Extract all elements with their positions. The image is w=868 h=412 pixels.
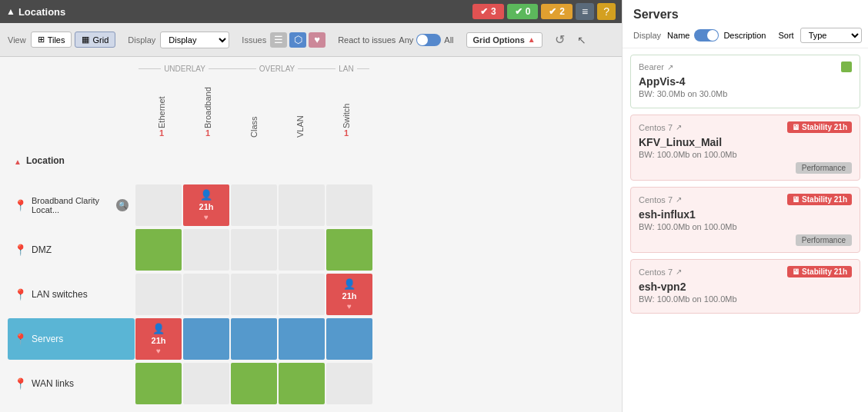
stability-icon: 🖥 xyxy=(792,123,800,131)
dmz-name: DMZ xyxy=(32,244,52,255)
check-icon: ✔ xyxy=(480,6,488,17)
cell-servers-1[interactable] xyxy=(183,318,229,360)
cell-servers-3[interactable] xyxy=(279,318,325,360)
cell-broadband-4[interactable] xyxy=(326,184,372,226)
cell-servers-2[interactable] xyxy=(231,318,277,360)
server-card-influx[interactable]: Centos 7 ↗ 🖥 Stability 21h esh-influx1 B… xyxy=(630,187,860,253)
cell-lan-4[interactable]: 👤 21h ♥ xyxy=(326,274,372,315)
card-title-appvis: AppVis-4 xyxy=(639,75,852,88)
col-header-switch-count: 1 xyxy=(344,128,349,138)
sort-select[interactable]: Type Name Status xyxy=(800,28,862,43)
grid-options-label: Grid Options xyxy=(473,35,525,45)
alert-person-icon: 👤 xyxy=(343,278,356,290)
card-title-influx: esh-influx1 xyxy=(639,208,852,221)
card-top-influx: Centos 7 ↗ 🖥 Stability 21h xyxy=(639,194,852,205)
cell-broadband-3[interactable] xyxy=(279,184,325,226)
cell-wan-1[interactable] xyxy=(183,363,229,404)
display-select[interactable]: Display xyxy=(160,32,229,48)
react-to-issues-group: React to issues Any All xyxy=(338,34,453,46)
cell-broadband-1[interactable]: 👤 21h ♥ xyxy=(183,184,229,226)
card-type-centos-kfv: Centos 7 ↗ xyxy=(639,123,682,132)
cell-broadband-0[interactable] xyxy=(135,184,182,226)
issues-list-icon[interactable]: ☰ xyxy=(270,32,287,48)
location-pin-dmz: 📍 xyxy=(14,244,27,256)
cell-wan-0[interactable] xyxy=(135,363,182,404)
red-badge-button[interactable]: ✔ 3 xyxy=(472,4,504,19)
check-icon: ✔ xyxy=(515,6,522,17)
check-icon: ✔ xyxy=(549,6,556,17)
cell-dmz-3[interactable] xyxy=(279,229,325,271)
page-title: Locations xyxy=(18,6,65,18)
tiles-button[interactable]: ⊞ Tiles xyxy=(31,32,72,48)
cell-dmz-1[interactable] xyxy=(183,229,229,271)
cell-servers-0[interactable]: 👤 21h ♥ xyxy=(135,318,182,360)
cell-lan-0[interactable] xyxy=(135,274,182,315)
cell-lan-3[interactable] xyxy=(279,274,325,315)
cell-dmz-2[interactable] xyxy=(231,229,277,271)
issues-link-icon[interactable]: ⬡ xyxy=(289,32,306,48)
tiles-icon: ⊞ xyxy=(38,35,45,45)
row-servers[interactable]: 📍 Servers 👤 21h ♥ xyxy=(8,317,614,360)
alert-person-icon: 👤 xyxy=(200,189,212,201)
search-icon[interactable]: 🔍 xyxy=(116,199,129,211)
location-header-row: ▲ Location xyxy=(8,141,614,182)
lan-switches-name: LAN switches xyxy=(32,289,88,300)
cell-broadband-2[interactable] xyxy=(231,184,277,226)
stability-badge-influx: 🖥 Stability 21h xyxy=(787,194,852,205)
card-type-bearer: Bearer ↗ xyxy=(639,62,673,71)
row-wan-links[interactable]: 📍 WAN links xyxy=(8,362,614,405)
orange-badge-button[interactable]: ✔ 2 xyxy=(541,4,573,19)
right-panel-header: Servers Display Name Description Sort Ty… xyxy=(623,0,868,48)
issues-group: Issues ☰ ⬡ ♥ xyxy=(242,32,326,48)
name-toggle-group: Name Description xyxy=(667,29,766,42)
chevron-icon: ▲ xyxy=(6,6,15,17)
row-broadband-clarity[interactable]: 📍 Broadband Clarity Locat... 🔍 👤 21h ♥ xyxy=(8,184,614,227)
col-header-ethernet: Ethernet 1 xyxy=(139,75,185,141)
cell-servers-4[interactable] xyxy=(326,318,372,360)
green-badge-button[interactable]: ✔ 0 xyxy=(507,4,539,19)
row-lan-switches[interactable]: 📍 LAN switches 👤 21h ♥ xyxy=(8,273,614,316)
badge-row-influx: Performance xyxy=(639,234,852,246)
server-card-appvis[interactable]: Bearer ↗ AppVis-4 BW: 30.0Mb on 30.0Mb xyxy=(630,55,860,108)
cell-dmz-0[interactable] xyxy=(135,229,182,271)
col-header-broadband: Broadband 1 xyxy=(185,75,231,141)
location-pin-servers: 📍 xyxy=(14,333,27,345)
stability-icon: 🖥 xyxy=(792,267,800,276)
row-label-wan: 📍 WAN links xyxy=(8,374,135,393)
cell-lan-1[interactable] xyxy=(183,274,229,315)
location-pin-lan: 📍 xyxy=(14,288,27,301)
menu-button[interactable]: ≡ xyxy=(576,3,594,20)
performance-badge-kfv: Performance xyxy=(796,162,852,174)
underlay-label: UNDERLAY xyxy=(161,65,209,73)
grid-button[interactable]: ▦ Grid xyxy=(75,32,115,48)
react-toggle[interactable] xyxy=(416,34,441,46)
col-header-broadband-count: 1 xyxy=(205,128,210,138)
server-card-kfv[interactable]: Centos 7 ↗ 🖥 Stability 21h KFV_Linux_Mai… xyxy=(630,115,860,181)
cell-wan-2[interactable] xyxy=(231,363,277,404)
grid-options-button[interactable]: Grid Options ▲ xyxy=(466,32,542,48)
card-title-vpn2: esh-vpn2 xyxy=(639,281,852,293)
centos-vpn2-label: Centos 7 xyxy=(639,267,673,277)
red-badge-count: 3 xyxy=(491,6,496,17)
help-button[interactable]: ? xyxy=(597,3,616,20)
location-header-text: Location xyxy=(26,155,65,166)
cell-wan-4[interactable] xyxy=(326,363,372,404)
stability-badge-kfv: 🖥 Stability 21h xyxy=(787,121,852,133)
react-to-issues-label: React to issues xyxy=(338,35,396,45)
cell-lan-2[interactable] xyxy=(231,274,277,315)
cell-dmz-4[interactable] xyxy=(326,229,372,271)
green-status-dot xyxy=(841,61,852,72)
any-label: Any xyxy=(399,35,413,45)
issues-heart-icon[interactable]: ♥ xyxy=(309,32,326,48)
overlay-label: OVERLAY xyxy=(256,65,299,73)
cell-wan-3[interactable] xyxy=(279,363,325,404)
row-dmz[interactable]: 📍 DMZ xyxy=(8,228,614,271)
server-card-vpn2[interactable]: Centos 7 ↗ 🖥 Stability 21h esh-vpn2 BW: … xyxy=(630,259,860,314)
col-header-ethernet-label: Ethernet xyxy=(157,75,166,128)
stability-badge-vpn2: 🖥 Stability 21h xyxy=(787,266,852,277)
section-labels-row: UNDERLAY OVERLAY LAN xyxy=(8,65,614,73)
orange-badge-count: 2 xyxy=(559,6,565,17)
refresh-button[interactable]: ↺ xyxy=(555,32,565,47)
name-description-toggle[interactable] xyxy=(694,29,719,42)
bearer-label: Bearer xyxy=(639,62,664,71)
